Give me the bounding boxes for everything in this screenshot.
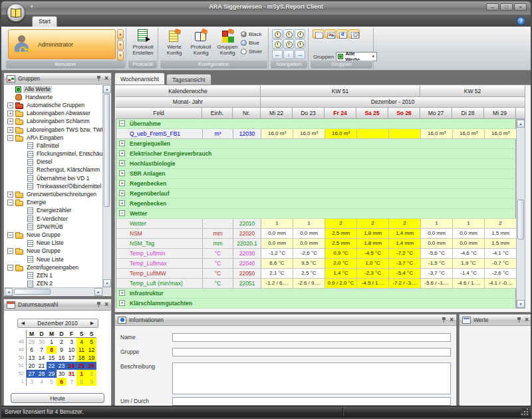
clock-icon[interactable] <box>295 39 305 49</box>
section-row[interactable]: +Klärschlammgutachten <box>116 299 516 309</box>
calendar-day[interactable]: 4 <box>37 378 47 386</box>
value-cell[interactable]: 0,0 mm <box>293 229 325 238</box>
value-cell[interactable]: 16,0 m³ <box>261 129 293 138</box>
value-cell[interactable]: -1.2 / 6.... <box>261 279 293 288</box>
value-cell[interactable] <box>357 129 389 138</box>
gruppen-combobox[interactable]: Alle Werte ▼ <box>336 52 377 61</box>
tree-item[interactable]: ZEN 1 <box>5 271 102 279</box>
calendar-day[interactable]: 30 <box>37 338 47 346</box>
tree-item[interactable]: SPW/RÜB <box>5 223 102 231</box>
section-row[interactable]: −Wetter <box>116 209 516 219</box>
value-cell[interactable]: 0,0 mm <box>293 239 325 248</box>
value-cell[interactable]: 1,5 mm <box>485 229 517 238</box>
value-cell[interactable]: 16,0 m³ <box>485 129 517 138</box>
expand-icon[interactable]: + <box>119 190 125 196</box>
field-name-cell[interactable]: Q_ueb_FremS_FB1 <box>116 129 203 138</box>
field-name-cell[interactable]: Temp_LuftMW <box>116 269 203 278</box>
day-column-header[interactable]: Sa 25 <box>356 108 388 119</box>
calendar-day[interactable]: 26 <box>86 362 96 370</box>
theme-option-black[interactable]: Black <box>241 30 262 39</box>
next-month-icon[interactable]: ▶ <box>87 321 98 326</box>
protokoll-konfig-button[interactable]: ProtokollKonfig <box>188 29 214 56</box>
expand-icon[interactable]: + <box>119 140 125 146</box>
scroll-down-icon[interactable]: ▼ <box>517 300 525 308</box>
tree-item[interactable]: E-Verdichter <box>5 215 102 223</box>
calendar-day[interactable]: 8 <box>76 378 86 386</box>
section-row[interactable]: −Übernahme <box>116 119 516 129</box>
value-cell[interactable]: -2,6 °C <box>293 249 325 258</box>
collapse-icon[interactable]: − <box>7 248 13 254</box>
day-column-header[interactable]: Do 23 <box>293 108 325 119</box>
section-row[interactable]: +Regenbecken <box>116 179 516 189</box>
calendar-day[interactable]: 29 <box>47 370 57 378</box>
tree-item[interactable]: +Laboreingaben Abwasser <box>5 110 102 118</box>
calendar-day[interactable]: 7 <box>66 378 76 386</box>
value-cell[interactable]: 6,6 °C <box>261 259 293 268</box>
previous-month-icon[interactable]: ◀ <box>18 321 29 326</box>
calendar-day[interactable]: 2 <box>57 338 66 346</box>
tree-item[interactable]: Energiezähler <box>5 207 102 215</box>
beschreibung-field[interactable] <box>172 362 451 394</box>
value-cell[interactable]: -2.6 / 9.... <box>293 279 325 288</box>
field-name-cell[interactable]: NSM_Tag <box>116 239 203 248</box>
value-cell[interactable]: -5,4 °C <box>389 269 421 278</box>
expand-icon[interactable]: + <box>119 170 125 176</box>
value-cell[interactable]: 16,0 m³ <box>293 129 325 138</box>
expand-icon[interactable]: + <box>7 102 13 108</box>
tree-item[interactable]: ZEN 2 <box>5 280 102 288</box>
tree-item[interactable]: Übernahme bei VD 1 <box>5 174 102 182</box>
value-cell[interactable]: -1,4 °C <box>453 269 485 278</box>
pin-icon[interactable] <box>516 317 522 323</box>
day-column-header[interactable]: Di 28 <box>452 108 484 119</box>
app-menu-button[interactable] <box>7 3 25 22</box>
value-cell[interactable]: 2,5 mm <box>325 239 357 248</box>
calendar-day[interactable]: 2 <box>86 370 96 378</box>
calendar-day[interactable]: 17 <box>66 354 76 362</box>
tab-tagesansicht[interactable]: Tagesansicht <box>166 74 211 85</box>
arrow-left-icon[interactable]: ← <box>272 50 283 59</box>
day-column-header[interactable]: Mo 27 <box>420 108 452 119</box>
scroll-down-icon[interactable]: ▼ <box>117 40 124 50</box>
protokoll-erstellen-button[interactable]: Protokoll Erstellen <box>130 29 156 56</box>
tree-item[interactable]: −Zentrifugeneingaben <box>5 263 102 271</box>
tree-item[interactable]: Neue Liste <box>5 239 102 247</box>
value-cell[interactable]: -1,2 °C <box>261 249 293 258</box>
calendar-day[interactable]: 4 <box>76 338 86 346</box>
calendar-day[interactable]: 9 <box>86 378 96 386</box>
value-cell[interactable]: -5.6 / -1.... <box>421 279 453 288</box>
value-cell[interactable]: -4.1 / -0.... <box>485 279 517 288</box>
value-cell[interactable]: 1,0 °C <box>357 259 389 268</box>
scrollbar-thumb[interactable] <box>104 94 110 207</box>
collapse-icon[interactable]: − <box>119 210 125 216</box>
expand-icon[interactable]: + <box>119 150 125 156</box>
scroll-up-icon[interactable]: ▲ <box>117 29 124 39</box>
clock-icon[interactable] <box>272 39 283 49</box>
tree-item[interactable]: Handwerte <box>5 93 102 101</box>
value-cell[interactable]: -1,5 °C <box>421 259 453 268</box>
collapse-icon[interactable]: − <box>119 120 125 126</box>
calendar-day[interactable]: 13 <box>27 354 37 362</box>
calendar-day[interactable]: 25 <box>76 362 86 370</box>
expand-icon[interactable]: + <box>119 200 125 206</box>
value-cell[interactable]: 1,8 mm <box>357 239 389 248</box>
expand-icon[interactable]: + <box>119 300 125 306</box>
value-cell[interactable]: 2 <box>325 219 357 228</box>
calendar-day[interactable]: 1 <box>76 370 86 378</box>
value-cell[interactable]: 0,0 mm <box>453 239 485 248</box>
collapse-icon[interactable]: − <box>7 200 13 206</box>
today-button[interactable]: Heute <box>11 393 104 403</box>
calendar-day[interactable]: 20 <box>27 362 37 370</box>
value-cell[interactable]: -7.2 / -3.... <box>389 279 421 288</box>
tree-item[interactable]: Diesel <box>5 158 102 166</box>
tree-item[interactable]: −ARA Eingaben <box>5 134 102 142</box>
pin-icon[interactable] <box>96 75 102 82</box>
value-cell[interactable]: -4,1 °C <box>485 249 517 258</box>
value-cell[interactable]: 1 <box>261 219 293 228</box>
calendar-day[interactable]: 31 <box>66 370 76 378</box>
value-cell[interactable]: 2 <box>357 219 389 228</box>
value-cell[interactable]: 0,9 °C <box>325 249 357 258</box>
value-cell[interactable]: -2,3 °C <box>357 269 389 278</box>
calendar-day[interactable]: 18 <box>76 354 86 362</box>
value-cell[interactable]: 0,0 mm <box>421 239 453 248</box>
scrollbar-thumb[interactable] <box>14 289 51 295</box>
